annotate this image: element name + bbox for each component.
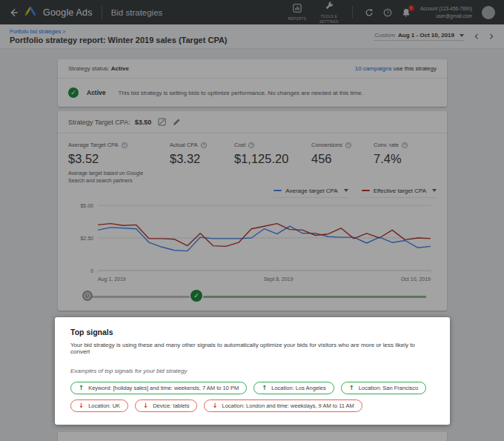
top-signals-examples-label: Examples of top signals for your bid str… — [70, 368, 434, 374]
arrow-up-icon: ↑ — [262, 385, 267, 391]
signal-pill-label: Device: tablets — [153, 402, 189, 409]
signal-pill-label: Keyword: [holiday sales] and time: weeke… — [88, 385, 239, 391]
google-ads-app: Google Ads Bid strategies REPORTS TOOLS … — [0, 0, 504, 441]
top-signals-description: Your bid strategy is using these and man… — [70, 342, 434, 355]
signal-pill[interactable]: ↓Location: UK — [70, 399, 128, 412]
signal-pill[interactable]: ↑Keyword: [holiday sales] and time: week… — [70, 382, 247, 394]
signal-pill[interactable]: ↓Location: London and time: weekdays, 9 … — [204, 399, 362, 412]
arrow-up-icon: ↑ — [79, 385, 84, 391]
signal-pill-label: Location: London and time: weekdays, 9 A… — [222, 402, 354, 409]
top-signals-title: Top signals — [70, 328, 434, 336]
arrow-down-icon: ↓ — [212, 402, 217, 409]
signal-pill-label: Location: San Francisco — [359, 385, 418, 391]
signal-pill[interactable]: ↑Location: San Francisco — [341, 382, 427, 394]
signal-pill[interactable]: ↑Location: Los Angeles — [253, 382, 334, 394]
signal-pill[interactable]: ↓Device: tablets — [135, 399, 197, 412]
top-signals-card: Top signals Your bid strategy is using t… — [55, 317, 450, 425]
negative-signals-row: ↓Location: UK↓Device: tablets↓Location: … — [70, 399, 434, 412]
arrow-up-icon: ↑ — [349, 385, 354, 391]
positive-signals-row: ↑Keyword: [holiday sales] and time: week… — [70, 382, 434, 394]
signal-pill-label: Location: UK — [88, 402, 120, 409]
arrow-down-icon: ↓ — [79, 402, 84, 409]
signal-pill-label: Location: Los Angeles — [271, 385, 325, 391]
arrow-down-icon: ↓ — [143, 402, 148, 409]
